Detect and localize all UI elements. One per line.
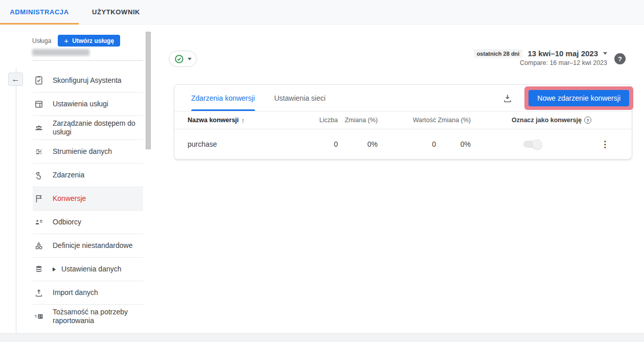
sidebar-item-label: Strumienie danych — [53, 147, 112, 156]
sidebar-item-label: Zarządzanie dostępem do usługi — [53, 119, 143, 136]
column-label: Nazwa konwersji — [188, 117, 239, 124]
sidebar-item-zarzadzanie-dostepem[interactable]: Zarządzanie dostępem do usługi — [33, 116, 143, 140]
date-preset-badge: ostatnich 28 dni — [474, 49, 523, 58]
sidebar-item-label: Import danych — [53, 288, 98, 297]
sidebar-item-label: Odbiorcy — [53, 218, 81, 226]
column-header-liczba[interactable]: Liczba — [297, 117, 338, 124]
date-range-label: 13 kwi–10 maj 2023 — [527, 49, 598, 58]
identity-card-icon — [33, 311, 45, 322]
sidebar-item-strumienie-danych[interactable]: Strumienie danych — [33, 140, 143, 163]
card-tab-bar: Zdarzenia konwersji Ustawienia sieci Now… — [174, 85, 632, 111]
create-service-label: Utwórz usługę — [72, 37, 114, 44]
column-header-zmiana-2[interactable]: Zmiana (%) — [436, 117, 471, 124]
kebab-menu-icon[interactable]: ⋮ — [601, 140, 609, 149]
top-nav: ADMINISTRACJA UŻYTKOWNIK — [0, 0, 644, 25]
upload-icon — [33, 288, 45, 298]
conversions-card: Zdarzenia konwersji Ustawienia sieci Now… — [174, 84, 632, 159]
column-header-wartosc[interactable]: Wartość — [378, 117, 436, 124]
count-cell: 0 — [297, 140, 338, 148]
sidebar-item-skonfiguruj-asystenta[interactable]: Skonfiguruj Asystenta — [33, 69, 143, 92]
tab-label: Ustawienia sieci — [274, 94, 326, 102]
sidebar-item-definicje-niestandardowe[interactable]: Definicje niestandardowe — [33, 234, 143, 257]
sidebar-item-konwersje[interactable]: Konwersje — [33, 187, 143, 210]
column-header-zmiana-1[interactable]: Zmiana (%) — [338, 117, 378, 124]
streams-icon — [33, 147, 45, 157]
column-header-nazwa-konwersji[interactable]: Nazwa konwersji ↑ — [174, 117, 297, 124]
change2-cell: 0% — [436, 140, 471, 148]
sidebar-tree-line — [16, 68, 16, 333]
compare-range-label: Compare: 16 mar–12 kwi 2023 — [520, 59, 607, 66]
sidebar-item-label: Konwersje — [53, 194, 86, 203]
change1-cell: 0% — [338, 140, 378, 148]
table-header-row: Nazwa konwersji ↑ Liczba Zmiana (%) Wart… — [174, 111, 632, 129]
plus-icon: + — [64, 37, 68, 44]
row-actions-cell: ⋮ — [593, 140, 632, 149]
tab-label: Zdarzenia konwersji — [191, 94, 255, 102]
chevron-down-icon — [188, 58, 192, 60]
sidebar-item-label: Ustawienia usługi — [53, 100, 108, 108]
tab-uzytkownik[interactable]: UŻYTKOWNIK — [92, 8, 140, 16]
new-conversion-event-button[interactable]: Nowe zdarzenie konwersji — [528, 90, 629, 106]
sidebar-item-label: Ustawienia danych — [61, 265, 122, 273]
tab-ustawienia-sieci[interactable]: Ustawienia sieci — [274, 85, 326, 111]
download-icon[interactable] — [502, 93, 513, 104]
conversion-name-cell: purchase — [174, 140, 297, 148]
value-cell: 0 — [378, 140, 436, 148]
date-range-selector[interactable]: ostatnich 28 dni 13 kwi–10 maj 2023 Comp… — [474, 49, 607, 66]
chevron-down-icon — [603, 52, 607, 55]
ga4-admin-screen: ADMINISTRACJA UŻYTKOWNIK Usługa + Utwórz… — [0, 0, 644, 342]
database-icon — [33, 264, 45, 275]
back-arrow-icon: ← — [12, 75, 20, 84]
property-name-redacted — [32, 49, 89, 56]
shapes-icon — [33, 241, 45, 251]
tab-administracja[interactable]: ADMINISTRACJA — [0, 8, 79, 16]
back-button[interactable]: ← — [8, 73, 23, 86]
sidebar-item-label: Tożsamość na potrzeby raportowania — [53, 308, 143, 325]
date-line: ostatnich 28 dni 13 kwi–10 maj 2023 — [474, 49, 607, 58]
sidebar-item-label: Definicje niestandardowe — [53, 241, 132, 250]
service-label: Usługa — [32, 37, 51, 44]
sidebar-item-ustawienia-danych[interactable]: Ustawienia danych — [33, 257, 143, 281]
highlight-annotation: Nowe zdarzenie konwersji — [524, 86, 633, 110]
help-glyph: ? — [618, 55, 622, 63]
mark-as-conversion-toggle[interactable] — [523, 141, 541, 148]
sidebar-item-import-danych[interactable]: Import danych — [33, 281, 143, 304]
toggle-knob — [532, 139, 542, 149]
sidebar-item-zdarzenia[interactable]: Zdarzenia — [33, 163, 143, 187]
sidebar-item-odbiorcy[interactable]: Odbiorcy — [33, 210, 143, 234]
admin-sidebar: Usługa + Utwórz usługę ← Skonfiguruj Asy… — [0, 25, 153, 342]
audience-icon — [33, 217, 45, 227]
people-icon — [33, 123, 45, 133]
help-icon[interactable]: ? — [614, 53, 626, 64]
column-header-oznacz: Oznacz jako konwersję ? — [490, 117, 613, 124]
sidebar-item-tozsamosc[interactable]: Tożsamość na potrzeby raportowania — [33, 304, 143, 328]
layout-icon — [33, 99, 45, 109]
mark-as-conversion-cell — [471, 141, 593, 148]
sidebar-menu: Skonfiguruj Asystenta Ustawienia usługi … — [33, 69, 143, 328]
filter-chip[interactable] — [169, 51, 197, 67]
bottom-strip — [0, 333, 644, 342]
service-row: Usługa + Utwórz usługę — [32, 35, 120, 47]
check-circle-icon — [174, 54, 184, 64]
tab-uzytkownik-label: UŻYTKOWNIK — [92, 8, 140, 16]
table-row: purchase 0 0% 0 0% ⋮ — [174, 129, 632, 159]
create-service-button[interactable]: + Utwórz usługę — [58, 35, 120, 47]
sidebar-item-label: Zdarzenia — [53, 171, 84, 179]
property-selector[interactable] — [32, 49, 143, 61]
help-circle-icon[interactable]: ? — [584, 117, 591, 124]
column-label: Oznacz jako konwersję — [512, 117, 582, 124]
tab-zdarzenia-konwersji[interactable]: Zdarzenia konwersji — [191, 85, 255, 111]
sidebar-item-label: Skonfiguruj Asystenta — [53, 76, 122, 85]
tap-icon — [33, 170, 45, 180]
tab-administracja-label: ADMINISTRACJA — [10, 8, 68, 16]
expand-caret-icon — [53, 267, 56, 271]
sidebar-item-ustawienia-uslugi[interactable]: Ustawienia usługi — [33, 92, 143, 116]
sidebar-scrollbar[interactable] — [146, 32, 151, 149]
flag-icon — [33, 194, 45, 204]
sort-asc-icon: ↑ — [241, 117, 245, 124]
clipboard-check-icon — [33, 75, 45, 85]
